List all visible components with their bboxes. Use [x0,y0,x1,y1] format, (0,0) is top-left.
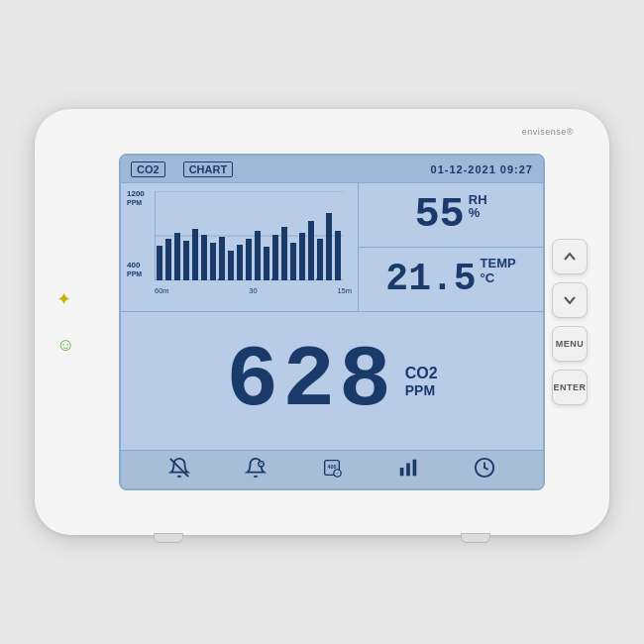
down-button[interactable] [552,282,588,318]
foot-right [461,533,490,543]
chart-icon[interactable] [397,457,419,483]
co2-label: CO2 [405,365,438,382]
svg-rect-24 [335,231,341,280]
foot-left [154,533,183,543]
smile-icon: ☺ [56,336,74,354]
svg-rect-12 [228,251,234,280]
y-bottom: 400PPM [127,261,145,278]
right-readings: 55 RH% 21.5 TEMP°C [359,183,543,311]
svg-rect-23 [326,213,332,280]
datetime-display: 01-12-2021 09:27 [431,163,533,175]
temp-value: 21.5 [385,261,476,298]
svg-rect-7 [183,241,189,280]
screen-bottom-bar: 400 [121,451,543,488]
svg-rect-10 [210,243,216,280]
xlabel-15m: 15m [337,286,352,295]
co2-value: 628 [226,338,394,425]
humidity-box: 55 RH% [359,183,543,248]
svg-rect-34 [406,463,410,476]
left-indicators: ✦ ☺ [56,290,74,354]
svg-rect-15 [255,231,261,280]
svg-rect-35 [413,459,417,476]
right-buttons: MENU ENTER [552,239,588,405]
brand-label: envisense® [522,127,574,143]
svg-rect-19 [290,243,296,280]
humidity-unit: RH% [469,193,487,219]
svg-rect-21 [308,221,314,280]
alarm-settings-icon[interactable] [245,457,267,483]
screen-upper: 1200PPM 400PPM [121,183,543,312]
svg-rect-5 [165,239,171,280]
svg-rect-8 [192,229,198,280]
calibration-icon[interactable]: 400 [321,457,343,483]
humidity-value: 55 [414,194,464,236]
brand-name: envisense [522,127,567,137]
co2-tag: CO2 [131,161,165,177]
chart-area: 1200PPM 400PPM [121,183,359,311]
svg-rect-11 [219,237,225,280]
y-top: 1200PPM [127,189,145,207]
co2-main-display: 628 CO2 PPM [121,312,543,451]
svg-rect-20 [299,233,305,280]
alarm-off-icon[interactable] [168,457,190,483]
main-screen: CO2 CHART 01-12-2021 09:27 1200PPM 400PP… [119,154,545,490]
svg-rect-18 [281,227,287,280]
chart-xlabels: 60m 30 15m [155,286,352,295]
bar-chart [155,191,343,280]
temp-box: 21.5 TEMP°C [359,248,543,311]
enter-button[interactable]: ENTER [552,370,588,405]
up-button[interactable] [552,239,588,274]
sun-icon: ✦ [56,290,74,308]
brand-trademark: ® [567,127,574,137]
svg-rect-13 [237,245,243,280]
clock-icon[interactable] [474,457,495,483]
svg-rect-22 [317,239,323,280]
device-body: envisense® ✦ ☺ CO2 CHART 01-12-2021 09:2… [35,109,609,535]
xlabel-60m: 60m [155,286,169,295]
menu-button[interactable]: MENU [552,326,588,362]
screen-topbar: CO2 CHART 01-12-2021 09:27 [121,156,543,183]
svg-rect-6 [174,233,180,280]
xlabel-30: 30 [249,286,257,295]
svg-rect-14 [246,239,252,280]
svg-rect-16 [264,247,269,280]
ppm-label: PPM [405,382,438,398]
svg-text:400: 400 [327,463,336,469]
svg-rect-33 [400,468,404,476]
chart-yaxis: 1200PPM 400PPM [127,189,145,278]
chart-tag: CHART [183,161,234,177]
svg-rect-4 [157,246,162,280]
temp-unit: TEMP°C [481,256,516,285]
svg-rect-17 [272,235,278,280]
svg-rect-9 [201,235,207,280]
co2-unit-labels: CO2 PPM [405,365,438,398]
